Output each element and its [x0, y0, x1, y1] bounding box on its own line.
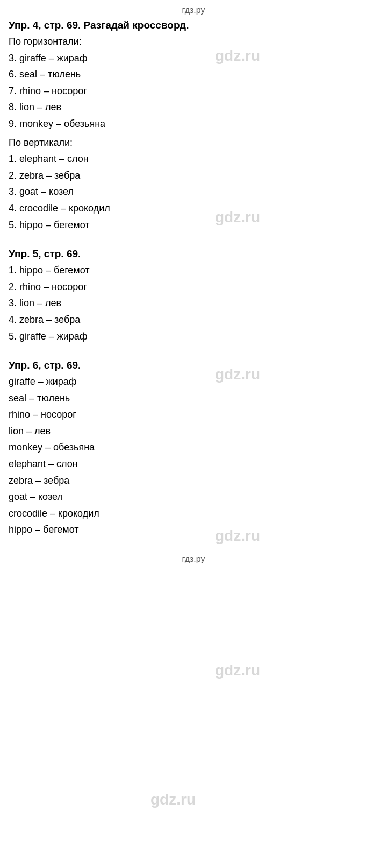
watermark-6: gdz.ru [150, 791, 196, 808]
ex5-item-2: 2. rhino – носорог [9, 279, 378, 295]
ex6-item-9: crocodile – крокодил [9, 505, 378, 522]
ex4-v-item-3: 3. goat – козел [9, 184, 378, 200]
exercise-6: Упр. 6, стр. 69. giraffe – жираф seal – … [9, 359, 378, 538]
ex6-item-10: hippo – бегемот [9, 521, 378, 538]
ex4-v-item-1: 1. elephant – слон [9, 151, 378, 167]
ex6-item-8: goat – козел [9, 489, 378, 505]
ex4-h-item-1: 3. giraffe – жираф [9, 50, 378, 67]
ex6-item-1: giraffe – жираф [9, 373, 378, 390]
exercise-6-title: Упр. 6, стр. 69. [9, 359, 378, 371]
ex5-item-4: 4. zebra – зебра [9, 312, 378, 328]
exercise-4: Упр. 4, стр. 69. Разгадай кроссворд. По … [9, 19, 378, 233]
ex6-item-3: rhino – носорог [9, 406, 378, 423]
ex6-item-2: seal – тюлень [9, 390, 378, 407]
ex4-v-item-5: 5. hippo – бегемот [9, 217, 378, 234]
ex4-v-item-2: 2. zebra – зебра [9, 167, 378, 184]
exercise-5: Упр. 5, стр. 69. 1. hippo – бегемот 2. r… [9, 248, 378, 344]
ex4-h-item-2: 6. seal – тюлень [9, 66, 378, 83]
exercise-4-horizontal: По горизонтали: 3. giraffe – жираф 6. se… [9, 33, 378, 132]
ex4-h-item-5: 9. monkey – обезьяна [9, 116, 378, 132]
ex5-item-5: 5. giraffe – жираф [9, 328, 378, 345]
ex5-item-3: 3. lion – лев [9, 295, 378, 312]
footer: гдз.ру [9, 554, 378, 564]
ex4-h-item-3: 7. rhino – носорог [9, 83, 378, 100]
ex6-item-6: elephant – слон [9, 456, 378, 472]
exercise-5-title: Упр. 5, стр. 69. [9, 248, 378, 260]
watermark-5: gdz.ru [215, 662, 260, 679]
horizontal-label: По горизонтали: [9, 33, 378, 50]
ex4-v-item-4: 4. crocodile – крокодил [9, 200, 378, 217]
ex6-item-7: zebra – зебра [9, 472, 378, 489]
exercise-4-vertical: По вертикали: 1. elephant – слон 2. zebr… [9, 135, 378, 234]
ex6-item-4: lion – лев [9, 423, 378, 440]
ex5-item-1: 1. hippo – бегемот [9, 262, 378, 279]
vertical-label: По вертикали: [9, 135, 378, 151]
site-header: гдз.ру [9, 5, 378, 15]
site-domain: гдз.ру [182, 5, 205, 15]
ex6-item-5: monkey – обезьяна [9, 439, 378, 456]
ex4-h-item-4: 8. lion – лев [9, 99, 378, 116]
footer-domain: гдз.ру [182, 554, 205, 563]
exercise-4-title: Упр. 4, стр. 69. Разгадай кроссворд. [9, 19, 378, 31]
